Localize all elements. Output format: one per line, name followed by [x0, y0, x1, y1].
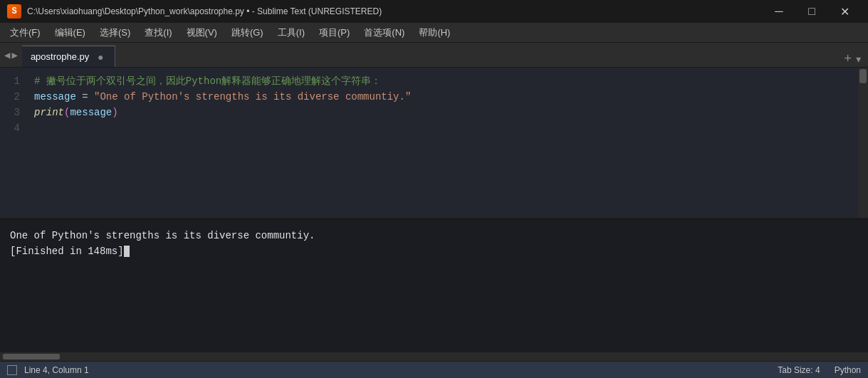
tab-add-icon[interactable]: +	[844, 52, 852, 66]
tab-label: apostrophe.py	[31, 51, 89, 62]
code-line-3: print(message)	[34, 105, 858, 120]
menu-file[interactable]: 文件(F)	[3, 23, 48, 42]
close-button[interactable]: ✕	[828, 0, 861, 23]
output-line-1: One of Python's strengths is its diverse…	[10, 228, 858, 243]
menu-goto[interactable]: 跳转(G)	[224, 23, 271, 42]
code-line-1: # 撇号位于两个双引号之间，因此Python解释器能够正确地理解这个字符串：	[34, 73, 858, 89]
code-editor[interactable]: # 撇号位于两个双引号之间，因此Python解释器能够正确地理解这个字符串： m…	[28, 68, 858, 218]
cursor-position[interactable]: Line 4, Column 1	[24, 365, 89, 375]
menu-help[interactable]: 帮助(H)	[412, 23, 457, 42]
status-icon	[7, 365, 17, 375]
window-controls: ─ □ ✕	[763, 0, 861, 23]
menu-preferences[interactable]: 首选项(N)	[357, 23, 412, 42]
status-bar: Line 4, Column 1 Tab Size: 4 Python	[0, 361, 868, 378]
output-content: One of Python's strengths is its diverse…	[0, 221, 868, 352]
editor-area: 1 2 3 4 # 撇号位于两个双引号之间，因此Python解释器能够正确地理解…	[0, 68, 868, 218]
menu-select[interactable]: 选择(S)	[93, 23, 137, 42]
status-left: Line 4, Column 1	[7, 365, 89, 375]
minimize-button[interactable]: ─	[763, 0, 795, 23]
tab-left-arrow[interactable]: ◀	[4, 49, 10, 61]
tab-apostrophe[interactable]: apostrophe.py ●	[22, 46, 115, 67]
menu-view[interactable]: 视图(V)	[179, 23, 224, 42]
scroll-thumb[interactable]	[859, 69, 867, 83]
tab-close-button[interactable]: ●	[95, 51, 106, 63]
menu-edit[interactable]: 编辑(E)	[48, 23, 93, 42]
window-title: C:\Users\xiaohuang\Desktop\Python_work\a…	[27, 6, 757, 16]
line-num-4: 4	[6, 120, 20, 136]
maximize-button[interactable]: □	[795, 0, 828, 23]
tab-right-arrow[interactable]: ▶	[11, 49, 17, 61]
vertical-scrollbar[interactable]	[858, 68, 868, 218]
menu-tools[interactable]: 工具(I)	[271, 23, 312, 42]
tab-nav-arrows[interactable]: ◀ ▶	[0, 43, 22, 67]
line-numbers: 1 2 3 4	[0, 68, 28, 218]
output-panel: One of Python's strengths is its diverse…	[0, 221, 868, 352]
line-num-3: 3	[6, 105, 20, 120]
tab-actions: + ▾	[844, 51, 868, 67]
h-scroll-thumb[interactable]	[3, 354, 60, 359]
horizontal-scrollbar[interactable]	[0, 352, 868, 361]
line-num-1: 1	[6, 73, 20, 89]
menu-find[interactable]: 查找(I)	[137, 23, 179, 42]
tab-chevron-icon[interactable]: ▾	[854, 51, 862, 67]
menu-project[interactable]: 项目(P)	[312, 23, 357, 42]
app-icon: S	[7, 4, 21, 19]
language-indicator[interactable]: Python	[835, 365, 861, 375]
line-num-2: 2	[6, 89, 20, 105]
menu-bar: 文件(F) 编辑(E) 选择(S) 查找(I) 视图(V) 跳转(G) 工具(I…	[0, 23, 868, 43]
tab-size-indicator[interactable]: Tab Size: 4	[778, 365, 820, 375]
output-line-2: [Finished in 148ms]	[10, 243, 858, 259]
code-line-2: message = "One of Python's strengths is …	[34, 89, 858, 105]
code-line-4	[34, 120, 858, 136]
status-right: Tab Size: 4 Python	[778, 365, 861, 375]
title-bar: S C:\Users\xiaohuang\Desktop\Python_work…	[0, 0, 868, 23]
output-finished: [Finished in 148ms]	[10, 246, 124, 257]
cursor	[124, 246, 130, 257]
tab-bar: ◀ ▶ apostrophe.py ● + ▾	[0, 43, 868, 68]
